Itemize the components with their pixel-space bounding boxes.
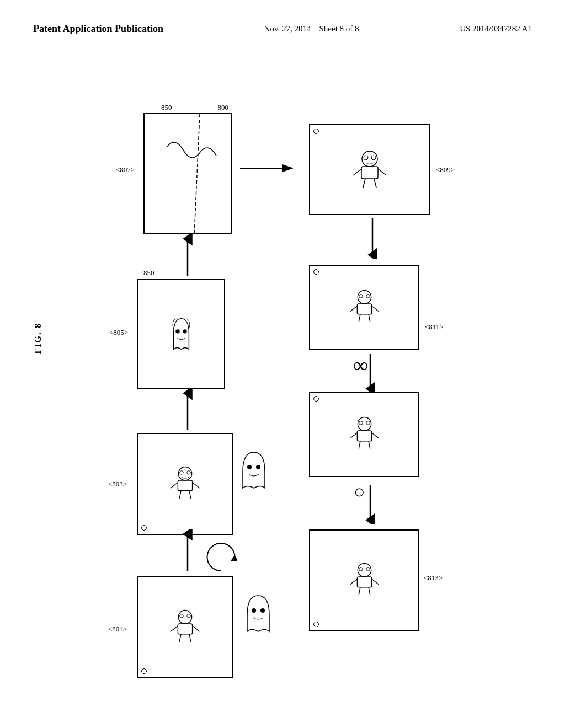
svg-point-52 xyxy=(178,611,191,624)
svg-line-7 xyxy=(363,179,365,188)
page-header: Patent Application Publication Nov. 27, … xyxy=(0,0,565,47)
robot-809 xyxy=(348,148,392,192)
arrow-down-right-1 xyxy=(361,215,383,259)
arrow-up-left-3 xyxy=(177,529,199,574)
header-date-sheet: Nov. 27, 2014 Sheet 8 of 8 xyxy=(264,22,359,35)
svg-line-55 xyxy=(193,626,200,631)
svg-line-67 xyxy=(369,587,370,595)
robot-803 xyxy=(164,463,206,505)
frame-811-top xyxy=(309,265,419,350)
svg-point-39 xyxy=(358,417,371,431)
svg-line-19 xyxy=(350,306,357,312)
svg-rect-4 xyxy=(361,167,378,179)
svg-point-15 xyxy=(175,329,179,333)
svg-line-57 xyxy=(189,634,191,642)
svg-line-22 xyxy=(369,314,370,322)
rotate-arrow xyxy=(204,543,237,576)
arrow-down-right-2 xyxy=(359,351,381,393)
svg-line-43 xyxy=(359,441,360,449)
robot-811b xyxy=(344,414,385,455)
svg-line-65 xyxy=(371,579,379,585)
arrow-right-top xyxy=(237,157,303,179)
label-813: <813> xyxy=(424,574,443,582)
figure-area: FIG. 8 800 850 <807> xyxy=(0,47,565,698)
svg-point-23 xyxy=(359,295,363,298)
svg-line-66 xyxy=(359,587,360,595)
svg-marker-49 xyxy=(231,555,237,561)
frame-813 xyxy=(309,529,419,631)
label-805: <805> xyxy=(109,328,128,337)
svg-point-36 xyxy=(187,471,191,475)
svg-point-17 xyxy=(358,291,371,304)
label-803: <803> xyxy=(108,480,127,489)
svg-rect-30 xyxy=(178,480,192,491)
svg-point-38 xyxy=(256,465,260,469)
robot-813 xyxy=(344,560,385,601)
frame-805: 850 xyxy=(137,279,225,389)
arrow-up-left-1 xyxy=(177,234,199,279)
svg-rect-53 xyxy=(178,624,192,634)
robot-801 xyxy=(164,607,206,648)
ghost-803-side xyxy=(237,449,270,491)
svg-line-0 xyxy=(194,114,200,233)
ghost-801-side xyxy=(242,593,275,634)
svg-point-62 xyxy=(358,564,371,577)
svg-rect-40 xyxy=(357,431,371,441)
frame-811-bot xyxy=(309,392,419,477)
svg-line-8 xyxy=(374,179,376,188)
svg-line-21 xyxy=(359,314,360,322)
label-850-mid: 850 xyxy=(143,269,154,277)
frame-809 xyxy=(309,124,430,215)
svg-point-24 xyxy=(366,295,370,298)
svg-line-56 xyxy=(179,634,181,642)
svg-line-54 xyxy=(170,626,178,631)
arrow-down-right-3 xyxy=(359,483,381,524)
patent-number: US 2014/0347282 A1 xyxy=(460,22,532,35)
svg-point-58 xyxy=(180,614,184,618)
svg-point-10 xyxy=(371,156,376,160)
svg-point-46 xyxy=(366,421,370,425)
svg-line-5 xyxy=(353,169,361,175)
svg-rect-18 xyxy=(357,304,371,314)
svg-line-20 xyxy=(371,306,379,312)
label-801: <801> xyxy=(108,625,127,634)
label-811: <811> xyxy=(425,323,444,331)
svg-line-41 xyxy=(350,433,357,438)
svg-point-69 xyxy=(366,568,370,571)
ghost-805 xyxy=(163,313,199,355)
svg-point-9 xyxy=(364,156,368,160)
label-850-top: 850 xyxy=(161,103,172,112)
svg-line-42 xyxy=(371,433,379,438)
svg-rect-63 xyxy=(357,577,371,587)
svg-point-45 xyxy=(359,421,363,425)
publication-title: Patent Application Publication xyxy=(33,22,163,36)
frame-803 xyxy=(137,433,233,535)
svg-point-16 xyxy=(183,329,186,333)
svg-point-59 xyxy=(187,614,191,618)
arrow-up-left-2 xyxy=(177,389,199,433)
svg-line-64 xyxy=(350,579,357,585)
dashed-line xyxy=(145,114,231,233)
svg-point-60 xyxy=(252,608,256,613)
label-800: 800 xyxy=(218,103,229,112)
label-807: <807> xyxy=(116,165,135,174)
frame-800: 800 850 xyxy=(143,113,232,234)
svg-line-34 xyxy=(189,491,191,499)
svg-line-33 xyxy=(179,491,181,499)
robot-811t xyxy=(344,287,385,328)
svg-line-44 xyxy=(369,441,370,449)
svg-point-37 xyxy=(247,465,252,469)
figure-label: FIG. 8 xyxy=(33,323,43,354)
svg-line-32 xyxy=(193,483,200,488)
svg-point-61 xyxy=(260,608,265,613)
svg-line-6 xyxy=(378,169,386,175)
svg-point-68 xyxy=(359,568,363,571)
frame-801 xyxy=(137,576,233,678)
label-809: <809> xyxy=(436,165,455,174)
svg-line-31 xyxy=(170,483,178,488)
svg-point-35 xyxy=(180,471,184,475)
